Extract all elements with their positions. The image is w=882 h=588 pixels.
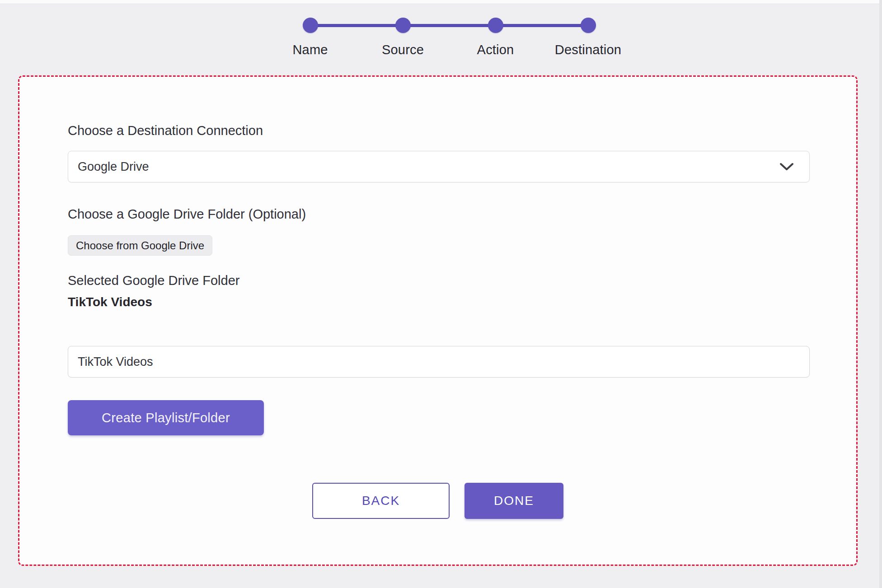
selected-folder-label: Selected Google Drive Folder: [68, 273, 239, 288]
step-dot-action[interactable]: [488, 18, 503, 33]
step-dot-source[interactable]: [395, 18, 411, 33]
step-label-action: Action: [477, 42, 514, 57]
window-top-strip: [0, 0, 882, 4]
window-right-edge: [879, 0, 882, 588]
choose-from-google-drive-button[interactable]: Choose from Google Drive: [68, 235, 212, 256]
destination-step-panel: Choose a Destination Connection Google D…: [18, 75, 858, 566]
wizard-stepper: Name Source Action Destination: [264, 8, 634, 53]
step-destination[interactable]: Destination: [542, 8, 634, 57]
drive-folder-label: Choose a Google Drive Folder (Optional): [68, 207, 306, 222]
back-button[interactable]: BACK: [312, 483, 450, 519]
step-label-name: Name: [292, 42, 328, 57]
step-label-source: Source: [382, 42, 424, 57]
destination-connection-select[interactable]: Google Drive: [68, 151, 810, 182]
destination-connection-selected-value: Google Drive: [78, 160, 149, 174]
step-dot-name[interactable]: [303, 18, 318, 33]
wizard-footer: BACK DONE: [19, 483, 856, 519]
destination-connection-label: Choose a Destination Connection: [68, 123, 263, 138]
step-source[interactable]: Source: [357, 8, 449, 57]
chevron-down-icon: [779, 162, 794, 171]
step-name[interactable]: Name: [264, 8, 357, 57]
selected-folder-value: TikTok Videos: [68, 295, 152, 309]
done-button[interactable]: DONE: [464, 483, 563, 519]
step-action[interactable]: Action: [449, 8, 542, 57]
create-playlist-folder-button[interactable]: Create Playlist/Folder: [68, 400, 264, 435]
step-label-destination: Destination: [555, 42, 621, 57]
step-dot-destination[interactable]: [581, 18, 596, 33]
folder-name-input[interactable]: [68, 346, 810, 378]
